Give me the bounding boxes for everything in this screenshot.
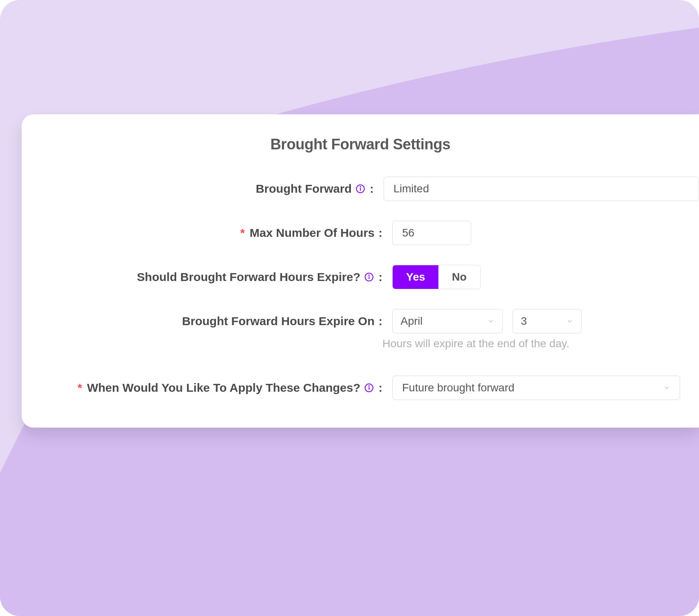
brought-forward-select[interactable]: Limited: [384, 177, 699, 201]
brought-forward-label: Brought Forward :: [37, 182, 374, 195]
chevron-down-icon: [566, 318, 573, 325]
info-icon[interactable]: [364, 383, 374, 393]
chevron-down-icon: [663, 384, 670, 391]
brought-forward-value: Limited: [393, 182, 429, 195]
max-hours-input[interactable]: 56: [392, 221, 471, 245]
expire-day-value: 3: [521, 315, 527, 328]
required-asterisk: *: [78, 381, 82, 394]
expire-month-select[interactable]: April: [392, 309, 503, 333]
max-hours-value: 56: [402, 227, 414, 239]
apply-changes-label: * When Would You Like To Apply These Cha…: [37, 381, 382, 395]
should-expire-label: Should Brought Forward Hours Expire? :: [37, 270, 382, 284]
info-icon[interactable]: [356, 184, 365, 194]
svg-point-5: [369, 275, 369, 275]
max-hours-row: * Max Number Of Hours : 56: [22, 221, 699, 245]
expire-on-row: Brought Forward Hours Expire On : April …: [22, 309, 699, 333]
apply-changes-select[interactable]: Future brought forward: [392, 376, 680, 400]
expire-month-value: April: [401, 315, 423, 328]
chevron-down-icon: [487, 318, 494, 325]
required-asterisk: *: [240, 226, 245, 239]
svg-point-2: [360, 186, 361, 187]
info-icon[interactable]: [364, 272, 374, 282]
card-title: Brought Forward Settings: [22, 136, 699, 153]
settings-card: Brought Forward Settings Brought Forward…: [22, 114, 699, 428]
apply-changes-value: Future brought forward: [402, 382, 514, 394]
page-background: Brought Forward Settings Brought Forward…: [0, 0, 699, 616]
expire-no-button[interactable]: No: [438, 265, 480, 289]
apply-changes-row: * When Would You Like To Apply These Cha…: [22, 376, 699, 400]
max-hours-label: * Max Number Of Hours :: [37, 226, 382, 240]
expire-hint-text: Hours will expire at the end of the day.: [382, 337, 569, 350]
svg-point-8: [369, 385, 369, 386]
expire-yes-button[interactable]: Yes: [393, 265, 438, 289]
expire-on-label: Brought Forward Hours Expire On :: [37, 315, 382, 328]
brought-forward-row: Brought Forward : Limited: [22, 177, 699, 201]
expire-toggle-group: Yes No: [392, 265, 481, 289]
should-expire-row: Should Brought Forward Hours Expire? : Y…: [22, 265, 699, 289]
expire-day-select[interactable]: 3: [513, 309, 582, 333]
expire-hint-row: Hours will expire at the end of the day.: [22, 337, 699, 350]
